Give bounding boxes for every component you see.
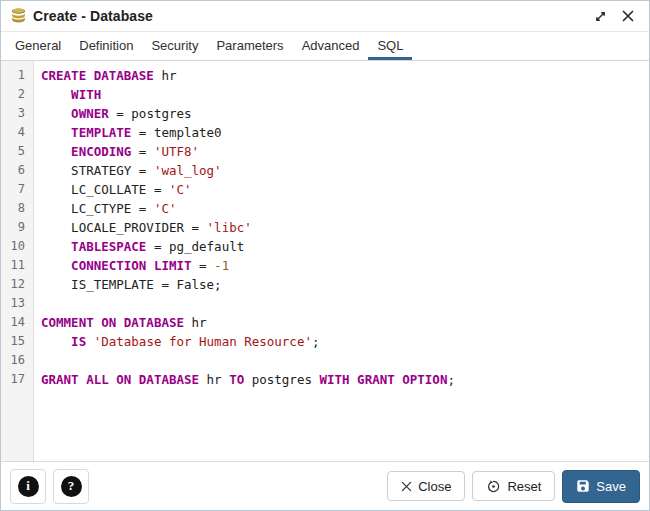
code-line: 11 CONNECTION LIMIT = -1 [1,256,649,275]
code-text [33,294,41,313]
code-text: IS 'Database for Human Resource'; [33,332,319,351]
code-text: LC_CTYPE = 'C' [33,199,176,218]
line-number: 12 [1,275,33,294]
line-number: 1 [1,66,33,85]
help-button[interactable]: ? [53,469,89,504]
code-text: COMMENT ON DATABASE hr [33,313,207,332]
line-number: 4 [1,123,33,142]
footer: i ? Close Reset Save [1,461,649,510]
line-number: 5 [1,142,33,161]
code-text: LOCALE_PROVIDER = 'libc' [33,218,252,237]
code-text: CREATE DATABASE hr [33,66,176,85]
code-line: 4 TEMPLATE = template0 [1,123,649,142]
code-line: 6 STRATEGY = 'wal_log' [1,161,649,180]
code-text [33,351,41,370]
save-button-label: Save [596,479,626,494]
close-button[interactable]: Close [387,471,465,501]
code-line: 9 LOCALE_PROVIDER = 'libc' [1,218,649,237]
code-line: 17GRANT ALL ON DATABASE hr TO postgres W… [1,370,649,389]
save-button[interactable]: Save [562,470,640,503]
line-number: 3 [1,104,33,123]
expand-diagonal-icon[interactable] [589,5,611,27]
code-line: 7 LC_COLLATE = 'C' [1,180,649,199]
code-text: STRATEGY = 'wal_log' [33,161,222,180]
line-number: 6 [1,161,33,180]
code-line: 10 TABLESPACE = pg_default [1,237,649,256]
code-line: 14COMMENT ON DATABASE hr [1,313,649,332]
code-line: 3 OWNER = postgres [1,104,649,123]
line-number: 7 [1,180,33,199]
code-text: LC_COLLATE = 'C' [33,180,192,199]
line-number: 10 [1,237,33,256]
line-number: 8 [1,199,33,218]
tab-definition[interactable]: Definition [70,32,142,60]
close-button-label: Close [418,479,451,494]
code-text: TABLESPACE = pg_default [33,237,244,256]
create-database-dialog: Create - Database General Definition Sec… [0,0,650,511]
line-number: 15 [1,332,33,351]
tab-advanced[interactable]: Advanced [293,32,369,60]
tab-sql[interactable]: SQL [368,32,412,60]
tab-general[interactable]: General [6,32,70,60]
code-text: TEMPLATE = template0 [33,123,222,142]
database-icon [10,8,27,24]
line-number: 13 [1,294,33,313]
info-icon: i [18,476,39,497]
titlebar: Create - Database [1,1,649,32]
code-line: 12 IS_TEMPLATE = False; [1,275,649,294]
dialog-title: Create - Database [33,8,153,24]
code-line: 15 IS 'Database for Human Resource'; [1,332,649,351]
code-line: 5 ENCODING = 'UTF8' [1,142,649,161]
code-text: GRANT ALL ON DATABASE hr TO postgres WIT… [33,370,455,389]
line-number: 2 [1,85,33,104]
line-number: 9 [1,218,33,237]
code-text: OWNER = postgres [33,104,192,123]
code-line: 8 LC_CTYPE = 'C' [1,199,649,218]
code-line: 13 [1,294,649,313]
tab-bar: General Definition Security Parameters A… [1,32,649,61]
line-number: 16 [1,351,33,370]
close-icon[interactable] [617,5,639,27]
code-text: IS_TEMPLATE = False; [33,275,222,294]
info-button[interactable]: i [10,469,46,504]
tab-security[interactable]: Security [142,32,207,60]
code-text: ENCODING = 'UTF8' [33,142,199,161]
code-line: 16 [1,351,649,370]
reset-button-label: Reset [507,479,541,494]
code-text: WITH [33,85,101,104]
close-x-icon [401,481,412,492]
help-icon: ? [61,476,82,497]
code-line: 1CREATE DATABASE hr [1,66,649,85]
save-floppy-icon [576,479,590,493]
code-text: CONNECTION LIMIT = -1 [33,256,229,275]
reset-icon [486,479,501,494]
sql-editor[interactable]: 1CREATE DATABASE hr2 WITH3 OWNER = postg… [1,61,649,461]
line-number: 11 [1,256,33,275]
tab-parameters[interactable]: Parameters [207,32,292,60]
code-line: 2 WITH [1,85,649,104]
reset-button[interactable]: Reset [472,471,555,501]
line-number: 14 [1,313,33,332]
line-number: 17 [1,370,33,389]
